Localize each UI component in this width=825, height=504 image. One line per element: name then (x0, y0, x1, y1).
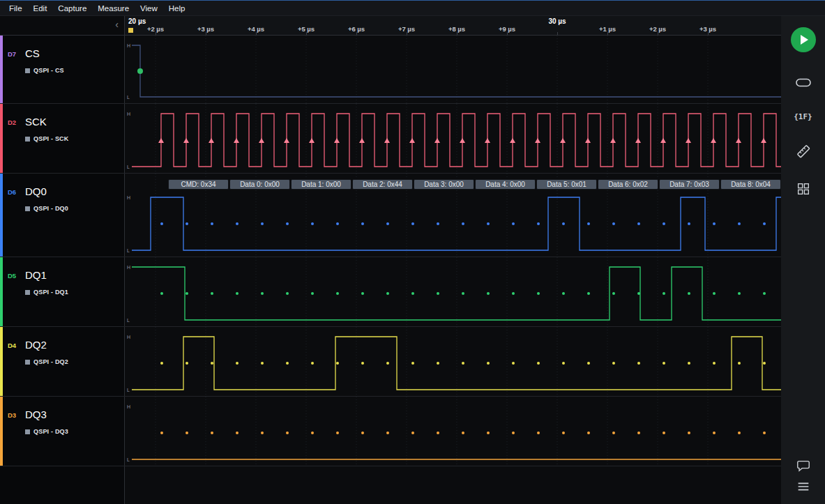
svg-text:H: H (127, 404, 130, 409)
channel-label-panel[interactable]: D4 DQ2 QSPI - DQ2 (0, 327, 124, 396)
decode-annotation: Data 1: 0x00 (291, 179, 351, 190)
channel-analyzer-label: QSPI - DQ2 (33, 358, 68, 365)
channel-label-panel[interactable]: D2 SCK QSPI - SCK (0, 104, 124, 173)
svg-text:L: L (127, 388, 130, 392)
svg-text:H: H (127, 265, 130, 270)
menu-item-file[interactable]: File (3, 3, 28, 14)
menu-item-capture[interactable]: Capture (52, 3, 92, 14)
tick-mark (457, 32, 457, 35)
svg-text:H: H (127, 195, 130, 200)
channel-name: DQ3 (25, 408, 47, 420)
filler-label-panel (0, 466, 124, 504)
analyzer-swatch-icon (25, 68, 30, 73)
channel-name: DQ1 (25, 269, 47, 281)
channel-analyzer-row: QSPI - DQ0 (25, 205, 68, 212)
tick-mark (708, 32, 709, 35)
decode-annotation: Data 7: 0x03 (659, 179, 720, 190)
menu-item-help[interactable]: Help (163, 3, 191, 14)
svg-text:L: L (127, 248, 130, 253)
channel-name: DQ2 (25, 339, 47, 351)
channel-name: SCK (25, 116, 47, 128)
timeline: ‹ 20 µs +2 µs+3 µs+4 µs+5 µs+6 µs+7 µs+8… (0, 16, 781, 36)
menu-icon[interactable] (796, 479, 811, 494)
channel-id: D4 (8, 342, 16, 349)
channel-id: D5 (8, 272, 16, 280)
tick-mark (507, 32, 508, 35)
channel-label-panel[interactable]: D7 CS QSPI - CS (0, 36, 124, 103)
decode-annotation: Data 6: 0x02 (598, 179, 658, 190)
channel-color-strip (0, 397, 3, 466)
play-icon (801, 35, 808, 45)
channel-analyzer-row: QSPI - DQ2 (25, 358, 68, 365)
timeline-edge-label: 20 µs (128, 17, 146, 25)
channel-analyzer-label: QSPI - SCK (33, 135, 69, 142)
channel-label-panel[interactable]: D3 DQ3 QSPI - DQ3 (0, 397, 124, 466)
tick-mark (156, 32, 156, 35)
tick-mark (658, 32, 658, 35)
tick-mark (407, 32, 407, 35)
waveform-area[interactable]: HL (124, 36, 781, 103)
start-capture-button[interactable] (791, 27, 816, 52)
tick-mark (206, 32, 206, 35)
analyzer-swatch-icon (25, 429, 30, 434)
menu-item-edit[interactable]: Edit (28, 3, 53, 14)
decode-annotation: Data 5: 0x01 (536, 179, 597, 190)
extensions-icon[interactable] (796, 181, 811, 197)
svg-text:L: L (127, 95, 130, 100)
analyzer-swatch-icon (25, 137, 30, 142)
svg-text:L: L (127, 457, 130, 462)
channel-id: D6 (8, 188, 16, 196)
channel-analyzer-row: QSPI - DQ3 (25, 428, 68, 435)
comments-icon[interactable] (796, 458, 811, 473)
timeline-ruler[interactable]: 20 µs +2 µs+3 µs+4 µs+5 µs+6 µs+7 µs+8 µ… (124, 16, 781, 35)
svg-text:H: H (127, 112, 130, 116)
svg-text:H: H (127, 43, 130, 48)
channel-analyzer-row: QSPI - CS (25, 67, 64, 74)
svg-text:L: L (127, 318, 130, 323)
decode-annotation: Data 4: 0x00 (475, 179, 536, 190)
waveform-area[interactable]: HL (124, 397, 781, 466)
decode-annotation: Data 2: 0x44 (352, 179, 413, 190)
tick-mark (557, 32, 558, 35)
channel-color-strip (0, 36, 3, 103)
tick-mark (306, 32, 307, 35)
channel-label-panel[interactable]: D6 DQ0 QSPI - DQ0 (0, 174, 124, 257)
channel-color-strip (0, 174, 3, 257)
waveform-area[interactable]: HL (124, 104, 781, 173)
menu-item-view[interactable]: View (135, 3, 163, 14)
menubar: FileEditCaptureMeasureViewHelp (0, 1, 825, 16)
channel-rows: D7 CS QSPI - CS HL D2 SCK QSPI - SCK HL … (0, 36, 781, 504)
waveform-area[interactable]: HLCMD: 0x34Data 0: 0x00Data 1: 0x00Data … (124, 174, 781, 257)
channel-id: D3 (8, 411, 16, 419)
decode-annotation: Data 0: 0x00 (229, 179, 290, 190)
channel-analyzer-row: QSPI - DQ1 (25, 289, 68, 296)
channel-id: D7 (8, 50, 16, 58)
analyzers-icon[interactable]: {1F} (794, 112, 812, 121)
analyzer-swatch-icon (25, 206, 30, 211)
channel-row-dq3: D3 DQ3 QSPI - DQ3 HL (0, 397, 781, 466)
right-toolbar: {1F} (781, 16, 825, 504)
svg-text:L: L (127, 165, 130, 169)
channel-row-dq0: D6 DQ0 QSPI - DQ0 HLCMD: 0x34Data 0: 0x0… (0, 174, 781, 257)
waveform-area[interactable]: HL (124, 327, 781, 396)
filler-wave-area (124, 466, 781, 504)
channel-analyzer-row: QSPI - SCK (25, 135, 69, 142)
channel-analyzer-label: QSPI - DQ0 (33, 205, 68, 212)
channel-row-cs: D7 CS QSPI - CS HL (0, 36, 781, 104)
channel-row-dq1: D5 DQ1 QSPI - DQ1 HL (0, 257, 781, 327)
waveform-area[interactable]: HL (124, 257, 781, 326)
analyzer-swatch-icon (25, 360, 30, 365)
tick-mark (256, 32, 257, 35)
collapse-panel-chevron-icon[interactable]: ‹ (115, 19, 119, 30)
measurements-icon[interactable] (795, 143, 812, 160)
logic-analyzer-app: FileEditCaptureMeasureViewHelp ‹ 20 µs +… (0, 0, 825, 504)
device-settings-icon[interactable] (794, 74, 812, 91)
channel-row-sck: D2 SCK QSPI - SCK HL (0, 104, 781, 174)
tick-mark (356, 32, 357, 35)
channel-id: D2 (8, 119, 16, 126)
channel-label-panel[interactable]: D5 DQ1 QSPI - DQ1 (0, 257, 124, 326)
menu-item-measure[interactable]: Measure (92, 3, 135, 14)
channel-name: CS (25, 47, 40, 59)
decode-annotation: Data 8: 0x04 (720, 179, 781, 190)
ruler-left-spacer: ‹ (0, 16, 124, 35)
